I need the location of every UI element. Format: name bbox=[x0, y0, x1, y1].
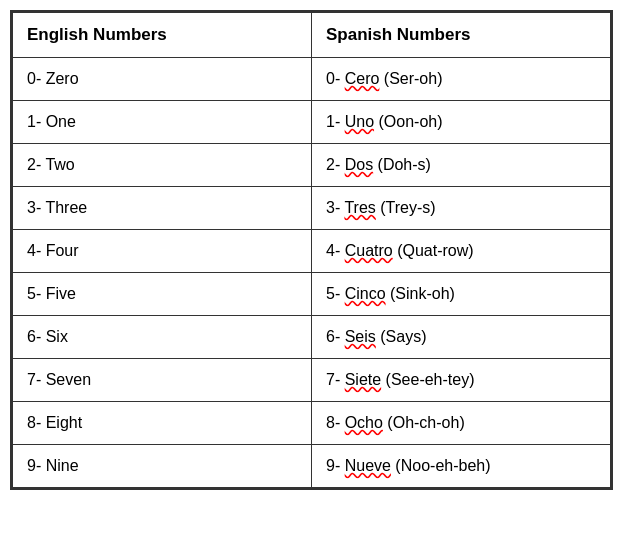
spanish-prefix: 9- bbox=[326, 457, 345, 474]
spanish-cell: 6- Seis (Says) bbox=[312, 316, 611, 359]
english-cell: 0- Zero bbox=[13, 58, 312, 101]
english-header: English Numbers bbox=[13, 13, 312, 58]
table-header-row: English Numbers Spanish Numbers bbox=[13, 13, 611, 58]
spanish-prefix: 8- bbox=[326, 414, 345, 431]
spanish-cell: 2- Dos (Doh-s) bbox=[312, 144, 611, 187]
spanish-pronunciation: (See-eh-tey) bbox=[381, 371, 474, 388]
spanish-word: Cero bbox=[345, 70, 380, 87]
spanish-word: Cuatro bbox=[345, 242, 393, 259]
english-cell: 6- Six bbox=[13, 316, 312, 359]
spanish-prefix: 4- bbox=[326, 242, 345, 259]
spanish-word: Cinco bbox=[345, 285, 386, 302]
table-row: 3- Three3- Tres (Trey-s) bbox=[13, 187, 611, 230]
english-cell: 7- Seven bbox=[13, 359, 312, 402]
english-cell: 8- Eight bbox=[13, 402, 312, 445]
spanish-word: Siete bbox=[345, 371, 381, 388]
spanish-word: Ocho bbox=[345, 414, 383, 431]
spanish-prefix: 3- bbox=[326, 199, 344, 216]
spanish-prefix: 2- bbox=[326, 156, 345, 173]
english-cell: 5- Five bbox=[13, 273, 312, 316]
table-row: 1- One1- Uno (Oon-oh) bbox=[13, 101, 611, 144]
spanish-cell: 3- Tres (Trey-s) bbox=[312, 187, 611, 230]
table-row: 9- Nine9- Nueve (Noo-eh-beh) bbox=[13, 445, 611, 488]
table-row: 2- Two2- Dos (Doh-s) bbox=[13, 144, 611, 187]
spanish-pronunciation: (Noo-eh-beh) bbox=[391, 457, 491, 474]
english-cell: 3- Three bbox=[13, 187, 312, 230]
spanish-cell: 9- Nueve (Noo-eh-beh) bbox=[312, 445, 611, 488]
table-row: 7- Seven7- Siete (See-eh-tey) bbox=[13, 359, 611, 402]
spanish-cell: 1- Uno (Oon-oh) bbox=[312, 101, 611, 144]
spanish-pronunciation: (Oon-oh) bbox=[374, 113, 442, 130]
table-row: 5- Five5- Cinco (Sink-oh) bbox=[13, 273, 611, 316]
spanish-cell: 4- Cuatro (Quat-row) bbox=[312, 230, 611, 273]
numbers-table: English Numbers Spanish Numbers 0- Zero0… bbox=[12, 12, 611, 488]
spanish-prefix: 1- bbox=[326, 113, 345, 130]
english-cell: 4- Four bbox=[13, 230, 312, 273]
spanish-word: Dos bbox=[345, 156, 373, 173]
table-row: 6- Six6- Seis (Says) bbox=[13, 316, 611, 359]
table-row: 4- Four4- Cuatro (Quat-row) bbox=[13, 230, 611, 273]
spanish-pronunciation: (Quat-row) bbox=[393, 242, 474, 259]
spanish-prefix: 6- bbox=[326, 328, 345, 345]
spanish-pronunciation: (Trey-s) bbox=[376, 199, 436, 216]
spanish-prefix: 5- bbox=[326, 285, 345, 302]
table-row: 8- Eight8- Ocho (Oh-ch-oh) bbox=[13, 402, 611, 445]
spanish-word: Seis bbox=[345, 328, 376, 345]
spanish-pronunciation: (Doh-s) bbox=[373, 156, 431, 173]
spanish-header: Spanish Numbers bbox=[312, 13, 611, 58]
spanish-pronunciation: (Ser-oh) bbox=[379, 70, 442, 87]
numbers-table-container: English Numbers Spanish Numbers 0- Zero0… bbox=[10, 10, 613, 490]
spanish-cell: 0- Cero (Ser-oh) bbox=[312, 58, 611, 101]
spanish-cell: 8- Ocho (Oh-ch-oh) bbox=[312, 402, 611, 445]
spanish-pronunciation: (Sink-oh) bbox=[386, 285, 455, 302]
spanish-pronunciation: (Says) bbox=[376, 328, 427, 345]
spanish-word: Nueve bbox=[345, 457, 391, 474]
english-cell: 2- Two bbox=[13, 144, 312, 187]
spanish-prefix: 7- bbox=[326, 371, 345, 388]
table-row: 0- Zero0- Cero (Ser-oh) bbox=[13, 58, 611, 101]
spanish-prefix: 0- bbox=[326, 70, 345, 87]
english-cell: 9- Nine bbox=[13, 445, 312, 488]
spanish-cell: 5- Cinco (Sink-oh) bbox=[312, 273, 611, 316]
spanish-word: Tres bbox=[344, 199, 375, 216]
spanish-word: Uno bbox=[345, 113, 374, 130]
spanish-cell: 7- Siete (See-eh-tey) bbox=[312, 359, 611, 402]
english-cell: 1- One bbox=[13, 101, 312, 144]
spanish-pronunciation: (Oh-ch-oh) bbox=[383, 414, 465, 431]
